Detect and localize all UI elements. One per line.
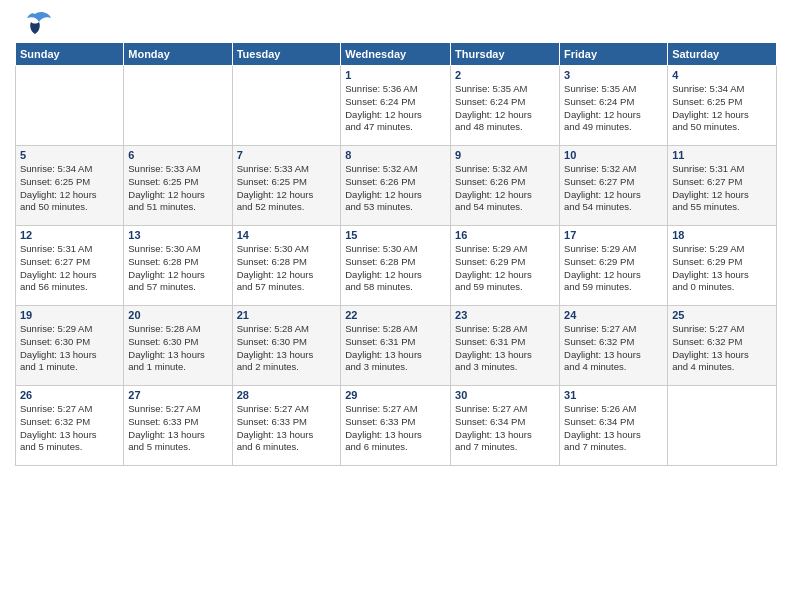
day-info: Sunrise: 5:35 AM Sunset: 6:24 PM Dayligh… xyxy=(564,83,663,134)
weekday-header-saturday: Saturday xyxy=(668,43,777,66)
day-number: 1 xyxy=(345,69,446,81)
calendar-cell: 21Sunrise: 5:28 AM Sunset: 6:30 PM Dayli… xyxy=(232,306,341,386)
day-number: 30 xyxy=(455,389,555,401)
logo xyxy=(15,10,51,38)
calendar-cell: 26Sunrise: 5:27 AM Sunset: 6:32 PM Dayli… xyxy=(16,386,124,466)
day-info: Sunrise: 5:28 AM Sunset: 6:30 PM Dayligh… xyxy=(128,323,227,374)
day-info: Sunrise: 5:36 AM Sunset: 6:24 PM Dayligh… xyxy=(345,83,446,134)
day-number: 31 xyxy=(564,389,663,401)
day-info: Sunrise: 5:31 AM Sunset: 6:27 PM Dayligh… xyxy=(20,243,119,294)
calendar-cell: 9Sunrise: 5:32 AM Sunset: 6:26 PM Daylig… xyxy=(451,146,560,226)
day-info: Sunrise: 5:32 AM Sunset: 6:27 PM Dayligh… xyxy=(564,163,663,214)
day-info: Sunrise: 5:29 AM Sunset: 6:29 PM Dayligh… xyxy=(672,243,772,294)
calendar-cell: 24Sunrise: 5:27 AM Sunset: 6:32 PM Dayli… xyxy=(560,306,668,386)
calendar-cell: 12Sunrise: 5:31 AM Sunset: 6:27 PM Dayli… xyxy=(16,226,124,306)
calendar-cell: 19Sunrise: 5:29 AM Sunset: 6:30 PM Dayli… xyxy=(16,306,124,386)
day-info: Sunrise: 5:31 AM Sunset: 6:27 PM Dayligh… xyxy=(672,163,772,214)
weekday-header-row: SundayMondayTuesdayWednesdayThursdayFrid… xyxy=(16,43,777,66)
calendar-cell: 30Sunrise: 5:27 AM Sunset: 6:34 PM Dayli… xyxy=(451,386,560,466)
calendar-cell xyxy=(16,66,124,146)
calendar-cell: 6Sunrise: 5:33 AM Sunset: 6:25 PM Daylig… xyxy=(124,146,232,226)
day-info: Sunrise: 5:28 AM Sunset: 6:30 PM Dayligh… xyxy=(237,323,337,374)
day-number: 22 xyxy=(345,309,446,321)
day-number: 20 xyxy=(128,309,227,321)
day-info: Sunrise: 5:27 AM Sunset: 6:33 PM Dayligh… xyxy=(128,403,227,454)
day-number: 9 xyxy=(455,149,555,161)
day-number: 4 xyxy=(672,69,772,81)
calendar-week-row: 1Sunrise: 5:36 AM Sunset: 6:24 PM Daylig… xyxy=(16,66,777,146)
page-container: SundayMondayTuesdayWednesdayThursdayFrid… xyxy=(0,0,792,476)
day-number: 27 xyxy=(128,389,227,401)
calendar-cell: 10Sunrise: 5:32 AM Sunset: 6:27 PM Dayli… xyxy=(560,146,668,226)
weekday-header-tuesday: Tuesday xyxy=(232,43,341,66)
calendar-cell xyxy=(232,66,341,146)
day-number: 13 xyxy=(128,229,227,241)
calendar-cell: 17Sunrise: 5:29 AM Sunset: 6:29 PM Dayli… xyxy=(560,226,668,306)
day-number: 25 xyxy=(672,309,772,321)
weekday-header-sunday: Sunday xyxy=(16,43,124,66)
day-number: 28 xyxy=(237,389,337,401)
calendar-cell: 7Sunrise: 5:33 AM Sunset: 6:25 PM Daylig… xyxy=(232,146,341,226)
logo-bird-icon xyxy=(19,10,51,38)
day-info: Sunrise: 5:32 AM Sunset: 6:26 PM Dayligh… xyxy=(455,163,555,214)
day-info: Sunrise: 5:29 AM Sunset: 6:29 PM Dayligh… xyxy=(564,243,663,294)
day-number: 19 xyxy=(20,309,119,321)
day-info: Sunrise: 5:33 AM Sunset: 6:25 PM Dayligh… xyxy=(237,163,337,214)
day-info: Sunrise: 5:29 AM Sunset: 6:29 PM Dayligh… xyxy=(455,243,555,294)
calendar-week-row: 19Sunrise: 5:29 AM Sunset: 6:30 PM Dayli… xyxy=(16,306,777,386)
calendar-cell: 2Sunrise: 5:35 AM Sunset: 6:24 PM Daylig… xyxy=(451,66,560,146)
day-info: Sunrise: 5:27 AM Sunset: 6:32 PM Dayligh… xyxy=(564,323,663,374)
day-number: 18 xyxy=(672,229,772,241)
day-info: Sunrise: 5:28 AM Sunset: 6:31 PM Dayligh… xyxy=(455,323,555,374)
calendar-cell: 31Sunrise: 5:26 AM Sunset: 6:34 PM Dayli… xyxy=(560,386,668,466)
calendar-cell: 13Sunrise: 5:30 AM Sunset: 6:28 PM Dayli… xyxy=(124,226,232,306)
calendar-cell: 15Sunrise: 5:30 AM Sunset: 6:28 PM Dayli… xyxy=(341,226,451,306)
day-number: 8 xyxy=(345,149,446,161)
calendar-cell: 28Sunrise: 5:27 AM Sunset: 6:33 PM Dayli… xyxy=(232,386,341,466)
calendar-cell: 3Sunrise: 5:35 AM Sunset: 6:24 PM Daylig… xyxy=(560,66,668,146)
day-info: Sunrise: 5:27 AM Sunset: 6:33 PM Dayligh… xyxy=(237,403,337,454)
calendar-week-row: 12Sunrise: 5:31 AM Sunset: 6:27 PM Dayli… xyxy=(16,226,777,306)
header xyxy=(15,10,777,38)
day-number: 17 xyxy=(564,229,663,241)
day-number: 29 xyxy=(345,389,446,401)
day-number: 7 xyxy=(237,149,337,161)
calendar-cell: 1Sunrise: 5:36 AM Sunset: 6:24 PM Daylig… xyxy=(341,66,451,146)
calendar-cell: 4Sunrise: 5:34 AM Sunset: 6:25 PM Daylig… xyxy=(668,66,777,146)
day-info: Sunrise: 5:28 AM Sunset: 6:31 PM Dayligh… xyxy=(345,323,446,374)
day-number: 6 xyxy=(128,149,227,161)
day-info: Sunrise: 5:30 AM Sunset: 6:28 PM Dayligh… xyxy=(345,243,446,294)
day-info: Sunrise: 5:27 AM Sunset: 6:34 PM Dayligh… xyxy=(455,403,555,454)
day-info: Sunrise: 5:33 AM Sunset: 6:25 PM Dayligh… xyxy=(128,163,227,214)
day-info: Sunrise: 5:29 AM Sunset: 6:30 PM Dayligh… xyxy=(20,323,119,374)
calendar-table: SundayMondayTuesdayWednesdayThursdayFrid… xyxy=(15,42,777,466)
day-info: Sunrise: 5:34 AM Sunset: 6:25 PM Dayligh… xyxy=(672,83,772,134)
calendar-cell: 14Sunrise: 5:30 AM Sunset: 6:28 PM Dayli… xyxy=(232,226,341,306)
calendar-cell: 29Sunrise: 5:27 AM Sunset: 6:33 PM Dayli… xyxy=(341,386,451,466)
day-info: Sunrise: 5:30 AM Sunset: 6:28 PM Dayligh… xyxy=(237,243,337,294)
calendar-cell: 27Sunrise: 5:27 AM Sunset: 6:33 PM Dayli… xyxy=(124,386,232,466)
calendar-cell: 20Sunrise: 5:28 AM Sunset: 6:30 PM Dayli… xyxy=(124,306,232,386)
day-number: 14 xyxy=(237,229,337,241)
day-number: 21 xyxy=(237,309,337,321)
day-number: 5 xyxy=(20,149,119,161)
day-info: Sunrise: 5:27 AM Sunset: 6:32 PM Dayligh… xyxy=(672,323,772,374)
day-number: 3 xyxy=(564,69,663,81)
weekday-header-thursday: Thursday xyxy=(451,43,560,66)
day-info: Sunrise: 5:30 AM Sunset: 6:28 PM Dayligh… xyxy=(128,243,227,294)
calendar-cell xyxy=(124,66,232,146)
day-number: 11 xyxy=(672,149,772,161)
day-number: 2 xyxy=(455,69,555,81)
calendar-cell: 11Sunrise: 5:31 AM Sunset: 6:27 PM Dayli… xyxy=(668,146,777,226)
calendar-cell: 25Sunrise: 5:27 AM Sunset: 6:32 PM Dayli… xyxy=(668,306,777,386)
weekday-header-wednesday: Wednesday xyxy=(341,43,451,66)
weekday-header-monday: Monday xyxy=(124,43,232,66)
day-number: 10 xyxy=(564,149,663,161)
calendar-cell: 5Sunrise: 5:34 AM Sunset: 6:25 PM Daylig… xyxy=(16,146,124,226)
day-info: Sunrise: 5:27 AM Sunset: 6:32 PM Dayligh… xyxy=(20,403,119,454)
calendar-cell: 16Sunrise: 5:29 AM Sunset: 6:29 PM Dayli… xyxy=(451,226,560,306)
calendar-week-row: 5Sunrise: 5:34 AM Sunset: 6:25 PM Daylig… xyxy=(16,146,777,226)
day-info: Sunrise: 5:34 AM Sunset: 6:25 PM Dayligh… xyxy=(20,163,119,214)
calendar-week-row: 26Sunrise: 5:27 AM Sunset: 6:32 PM Dayli… xyxy=(16,386,777,466)
calendar-cell: 8Sunrise: 5:32 AM Sunset: 6:26 PM Daylig… xyxy=(341,146,451,226)
